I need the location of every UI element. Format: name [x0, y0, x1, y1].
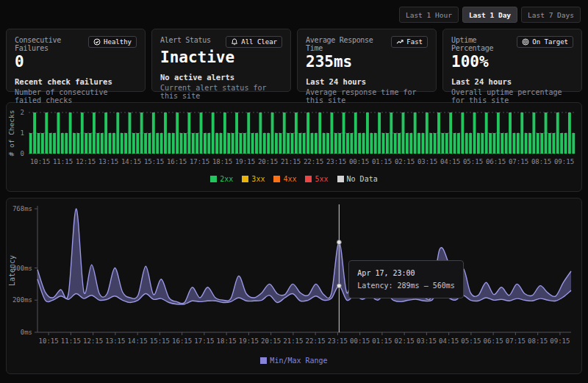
bar-2xx[interactable] [501, 133, 503, 154]
bar-2xx[interactable] [537, 133, 539, 154]
bar-2xx[interactable] [96, 133, 99, 154]
bar-2xx[interactable] [212, 112, 215, 154]
bar-2xx[interactable] [81, 112, 84, 154]
bar-2xx[interactable] [334, 133, 337, 154]
bar-2xx[interactable] [49, 133, 52, 154]
bar-2xx[interactable] [267, 133, 270, 154]
bar-2xx[interactable] [461, 112, 464, 154]
legend-item-2xx[interactable]: 2xx [210, 175, 233, 183]
bar-2xx[interactable] [271, 112, 274, 154]
bar-2xx[interactable] [140, 112, 143, 154]
bar-2xx[interactable] [517, 133, 520, 154]
bar-2xx[interactable] [37, 133, 40, 154]
bar-2xx[interactable] [525, 133, 528, 154]
bar-2xx[interactable] [402, 112, 405, 154]
bar-2xx[interactable] [184, 133, 187, 154]
bar-2xx[interactable] [398, 133, 401, 154]
bar-2xx[interactable] [298, 133, 301, 154]
bar-2xx[interactable] [160, 133, 163, 154]
bar-2xx[interactable] [279, 133, 282, 154]
bar-2xx[interactable] [441, 133, 444, 154]
bar-2xx[interactable] [473, 112, 476, 154]
bar-2xx[interactable] [251, 133, 254, 154]
bar-2xx[interactable] [192, 133, 195, 154]
bar-2xx[interactable] [168, 133, 171, 154]
bar-2xx[interactable] [343, 112, 345, 154]
bar-2xx[interactable] [386, 133, 389, 154]
time-range-last-7-days[interactable]: Last 7 Days [521, 7, 581, 23]
bar-2xx[interactable] [540, 133, 543, 154]
bar-2xx[interactable] [291, 133, 294, 154]
bar-2xx[interactable] [497, 112, 500, 154]
bar-2xx[interactable] [556, 112, 559, 154]
bar-2xx[interactable] [382, 133, 385, 154]
bar-2xx[interactable] [477, 133, 480, 154]
bar-2xx[interactable] [239, 133, 242, 154]
bar-2xx[interactable] [469, 133, 472, 154]
bar-2xx[interactable] [489, 133, 492, 154]
bar-2xx[interactable] [414, 112, 417, 154]
bar-2xx[interactable] [57, 112, 60, 154]
bar-2xx[interactable] [330, 112, 333, 154]
bar-2xx[interactable] [346, 133, 349, 154]
bar-2xx[interactable] [509, 112, 512, 154]
bar-2xx[interactable] [366, 112, 369, 154]
bar-2xx[interactable] [528, 133, 531, 154]
bar-2xx[interactable] [207, 133, 210, 154]
bar-2xx[interactable] [568, 112, 571, 154]
bar-2xx[interactable] [287, 133, 290, 154]
bar-2xx[interactable] [129, 112, 132, 154]
bar-2xx[interactable] [109, 133, 112, 154]
bar-2xx[interactable] [326, 133, 329, 154]
legend-item-4xx[interactable]: 4xx [273, 175, 296, 183]
bar-2xx[interactable] [378, 112, 381, 154]
legend-item-no-data[interactable]: No Data [337, 175, 378, 183]
bar-2xx[interactable] [176, 112, 179, 154]
bar-2xx[interactable] [33, 112, 36, 154]
bar-2xx[interactable] [85, 133, 87, 154]
bar-2xx[interactable] [315, 133, 318, 154]
bar-2xx[interactable] [275, 133, 278, 154]
bar-2xx[interactable] [358, 133, 361, 154]
bar-2xx[interactable] [144, 133, 147, 154]
bar-2xx[interactable] [406, 133, 409, 154]
bar-2xx[interactable] [370, 133, 373, 154]
bar-2xx[interactable] [116, 112, 119, 154]
bar-2xx[interactable] [112, 133, 115, 154]
bar-2xx[interactable] [354, 112, 357, 154]
bar-2xx[interactable] [69, 112, 72, 154]
bar-2xx[interactable] [421, 133, 424, 154]
bar-2xx[interactable] [172, 133, 175, 154]
bar-2xx[interactable] [434, 133, 437, 154]
time-range-last-1-day[interactable]: Last 1 Day [462, 7, 517, 23]
bar-2xx[interactable] [445, 133, 448, 154]
bar-2xx[interactable] [409, 133, 412, 154]
bar-2xx[interactable] [152, 112, 155, 154]
bar-2xx[interactable] [417, 133, 420, 154]
bar-2xx[interactable] [295, 112, 298, 154]
bar-2xx[interactable] [187, 112, 190, 154]
bar-2xx[interactable] [505, 133, 508, 154]
bar-2xx[interactable] [485, 112, 488, 154]
bar-2xx[interactable] [564, 133, 567, 154]
bar-2xx[interactable] [204, 133, 207, 154]
bar-2xx[interactable] [394, 133, 397, 154]
bar-2xx[interactable] [215, 133, 218, 154]
bar-2xx[interactable] [303, 133, 306, 154]
bar-2xx[interactable] [101, 133, 104, 154]
bar-2xx[interactable] [29, 133, 32, 154]
bar-2xx[interactable] [481, 133, 484, 154]
bar-2xx[interactable] [437, 112, 440, 154]
bar-2xx[interactable] [61, 133, 64, 154]
bar-2xx[interactable] [429, 133, 432, 154]
bar-2xx[interactable] [520, 112, 523, 154]
bar-2xx[interactable] [374, 133, 377, 154]
bar-2xx[interactable] [512, 133, 515, 154]
bar-2xx[interactable] [263, 133, 266, 154]
bar-2xx[interactable] [532, 112, 535, 154]
bar-2xx[interactable] [156, 133, 159, 154]
bar-2xx[interactable] [390, 112, 392, 154]
bar-2xx[interactable] [247, 112, 250, 154]
bar-2xx[interactable] [136, 133, 139, 154]
bar-2xx[interactable] [235, 112, 238, 154]
